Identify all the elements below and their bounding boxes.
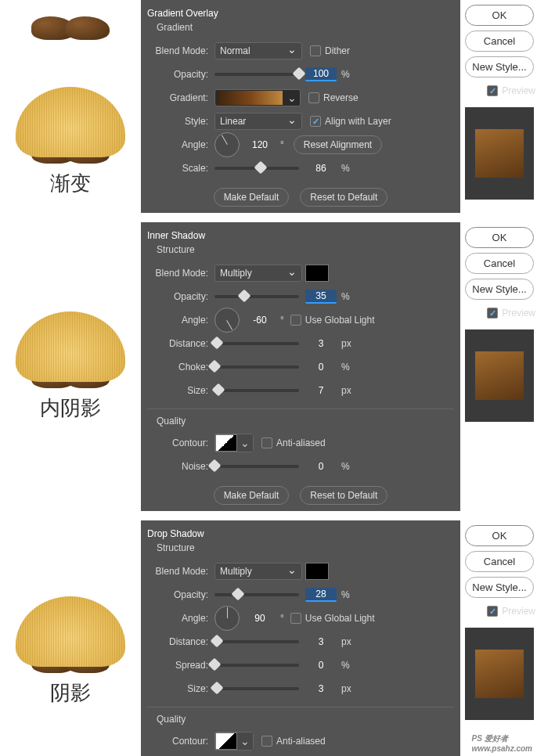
blend-mode-select[interactable]: Multiply [214, 563, 302, 580]
dither-checkbox[interactable] [310, 45, 321, 56]
preview-checkbox[interactable] [487, 606, 498, 617]
section-title: Gradient Overlay [147, 8, 454, 19]
global-light-checkbox[interactable] [290, 613, 301, 624]
gradient-picker[interactable] [214, 89, 301, 106]
gradient-overlay-panel: Gradient Overlay Gradient Blend Mode: No… [141, 0, 460, 213]
ok-button[interactable]: OK [465, 525, 534, 546]
noise-input[interactable]: 0 [305, 461, 337, 472]
preview-box [465, 329, 534, 422]
choke-slider[interactable] [214, 365, 299, 369]
opacity-input[interactable]: 28 [305, 588, 337, 602]
distance-input[interactable]: 3 [305, 636, 337, 647]
angle-input[interactable]: 120 [244, 139, 276, 150]
choke-input[interactable]: 0 [305, 362, 337, 373]
new-style-button[interactable]: New Style... [465, 577, 534, 598]
size-input[interactable]: 3 [305, 683, 337, 694]
angle-dial[interactable] [214, 308, 240, 333]
distance-slider[interactable] [214, 342, 299, 345]
antialiased-checkbox[interactable] [261, 437, 272, 448]
preview-checkbox[interactable] [487, 308, 498, 319]
angle-dial[interactable] [214, 132, 240, 157]
reset-alignment-button[interactable]: Reset Alignment [294, 135, 382, 154]
new-style-button[interactable]: New Style... [465, 56, 534, 77]
make-default-button[interactable]: Make Default [214, 486, 290, 505]
style-label: Style: [147, 116, 214, 127]
distance-input[interactable]: 3 [305, 338, 337, 349]
opacity-input[interactable]: 100 [305, 67, 337, 81]
noise-slider[interactable] [214, 465, 299, 468]
cancel-button[interactable]: Cancel [465, 253, 534, 274]
quality-label: Quality [157, 416, 454, 427]
reset-default-button[interactable]: Reset to Default [300, 486, 387, 505]
drop-shadow-panel: Drop Shadow Structure Blend Mode: Multip… [141, 520, 460, 756]
gradient-label: Gradient: [147, 92, 214, 103]
preview-box [465, 628, 534, 720]
structure-sub: Gradient [157, 22, 454, 33]
contour-picker[interactable] [214, 732, 254, 751]
align-label: Align with Layer [325, 116, 391, 127]
preview-label: Preview [502, 85, 535, 96]
opacity-slider[interactable] [214, 295, 299, 298]
label-gradient-cn: 渐变 [50, 170, 91, 197]
angle-dial[interactable] [214, 606, 240, 631]
size-slider[interactable] [214, 389, 299, 392]
reset-default-button[interactable]: Reset to Default [300, 188, 387, 207]
watermark: PS 爱好者 www.psahz.com [472, 733, 532, 753]
antialiased-checkbox[interactable] [261, 736, 272, 747]
preview-box [465, 107, 534, 200]
blend-mode-select[interactable]: Normal [214, 42, 302, 59]
blend-mode-label: Blend Mode: [147, 45, 214, 56]
ok-button[interactable]: OK [465, 227, 534, 248]
new-style-button[interactable]: New Style... [465, 279, 534, 300]
style-select[interactable]: Linear [214, 113, 302, 130]
size-slider[interactable] [214, 687, 299, 690]
opacity-slider[interactable] [214, 593, 299, 596]
angle-input[interactable]: 90 [244, 613, 276, 624]
blend-mode-select[interactable]: Multiply [214, 265, 302, 282]
distance-slider[interactable] [214, 640, 299, 643]
label-inner-cn: 内阴影 [40, 394, 101, 422]
structure-label: Structure [157, 542, 454, 553]
cancel-button[interactable]: Cancel [465, 31, 534, 52]
reverse-checkbox[interactable] [308, 92, 319, 103]
make-default-button[interactable]: Make Default [214, 188, 290, 207]
opacity-slider[interactable] [214, 73, 299, 76]
opacity-input[interactable]: 35 [305, 290, 337, 304]
label-drop-cn: 阴影 [50, 679, 91, 707]
structure-label: Structure [157, 244, 454, 255]
quality-label: Quality [157, 714, 454, 725]
section-title: Drop Shadow [147, 528, 454, 539]
scale-slider[interactable] [214, 167, 299, 170]
inner-shadow-panel: Inner Shadow Structure Blend Mode: Multi… [141, 222, 460, 511]
spread-input[interactable]: 0 [305, 660, 337, 671]
color-swatch[interactable] [305, 265, 329, 282]
ok-button[interactable]: OK [465, 5, 534, 26]
opacity-label: Opacity: [147, 69, 214, 80]
global-light-checkbox[interactable] [290, 315, 301, 326]
spread-slider[interactable] [214, 664, 299, 667]
scale-input[interactable]: 86 [305, 163, 337, 174]
section-title: Inner Shadow [147, 230, 454, 241]
dither-label: Dither [325, 45, 350, 56]
angle-label: Angle: [147, 139, 214, 150]
preview-checkbox[interactable] [487, 85, 498, 96]
scale-label: Scale: [147, 163, 214, 174]
cancel-button[interactable]: Cancel [465, 551, 534, 572]
align-checkbox[interactable] [310, 116, 321, 127]
color-swatch[interactable] [305, 563, 329, 580]
reverse-label: Reverse [323, 92, 359, 103]
contour-picker[interactable] [214, 434, 254, 452]
size-input[interactable]: 7 [305, 385, 337, 396]
angle-input[interactable]: -60 [244, 315, 276, 326]
